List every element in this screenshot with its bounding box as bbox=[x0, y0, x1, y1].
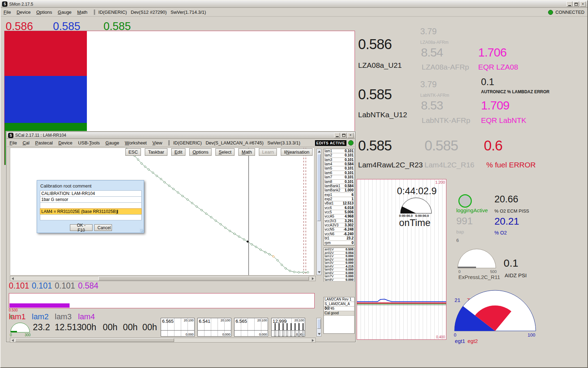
lza-value: 0.586 bbox=[358, 37, 392, 51]
chart-hscrollbar[interactable] bbox=[10, 276, 316, 281]
fuel-error-value: 0.6 bbox=[484, 138, 503, 153]
smon-titlebar[interactable]: S SMon 2.17.5 × bbox=[1, 1, 587, 8]
menu-scal-cal[interactable]: Cal bbox=[20, 140, 32, 146]
bar-blue bbox=[5, 76, 87, 123]
text-caret bbox=[117, 210, 118, 214]
autronic-value: 0.1 bbox=[481, 77, 494, 87]
comment-line-2[interactable]: 1bar G sensor bbox=[40, 196, 142, 202]
watch-row-lamBank2[interactable]: lamBank21.000 bbox=[324, 188, 354, 192]
watch-row-lamBank1[interactable]: lamBank10.584 bbox=[324, 184, 354, 188]
math-button[interactable]: Math bbox=[238, 148, 255, 156]
dialog-resize-grip[interactable] bbox=[140, 229, 143, 232]
watch-row-vcc3V3[interactable]: vcc3V33.291 bbox=[324, 219, 354, 223]
bap-value: 991 bbox=[456, 216, 473, 226]
menu-smon-device[interactable]: Device bbox=[14, 9, 34, 16]
smon-title: SMon 2.17.5 bbox=[9, 2, 33, 7]
chart-vscrollbar[interactable] bbox=[316, 149, 321, 275]
top-value-lam1: 0.586 bbox=[6, 21, 33, 32]
egt2-label: egt2 bbox=[468, 338, 478, 344]
scal-bottom-hscrollbar[interactable] bbox=[10, 338, 316, 343]
labntk-value: 0.585 bbox=[358, 87, 392, 101]
watch-row-lam7[interactable]: lam70.101 bbox=[324, 175, 354, 179]
ontime-label: onTime bbox=[399, 218, 430, 228]
lower-vscrollbar[interactable] bbox=[316, 318, 321, 337]
scal-menubar: FileCalPastecalDeviceUSB-ToolsGaugeWorks… bbox=[7, 139, 355, 147]
menu-smon-options[interactable]: Options bbox=[34, 9, 55, 16]
vbat-value: 12.513 bbox=[55, 323, 82, 332]
watch-row-lam3[interactable]: lam30.101 bbox=[324, 158, 354, 162]
scal-close-icon[interactable]: × bbox=[348, 133, 354, 138]
eqr-labntk-label: EQR LabNTK bbox=[481, 117, 526, 124]
menu-scal-gauge[interactable]: Gauge bbox=[103, 140, 122, 146]
linearisation-button[interactable]: liNearisation bbox=[281, 148, 313, 156]
watch-row-lam2[interactable]: lam20.101 bbox=[324, 153, 354, 158]
watch-row-vccN6[interactable]: vccN6-6.240 bbox=[324, 232, 354, 236]
minimize-button[interactable] bbox=[566, 1, 572, 7]
edit-button[interactable]: Edit bbox=[171, 148, 185, 156]
labntk-afrm-label: LabNTK-AFRm bbox=[420, 93, 449, 97]
watch-list-2: an01V0.505an02V0.004lam1V0.000lam2V0.000… bbox=[323, 248, 355, 281]
watch-row-exp1[interactable]: exp16 bbox=[324, 193, 354, 197]
aidz-label: AIDZ PSI bbox=[505, 273, 527, 278]
menu-scal-device[interactable]: Device bbox=[55, 140, 75, 146]
watch-row-vccA3V3[interactable]: vccA3V33.302 bbox=[324, 223, 354, 227]
smon-app-icon: S bbox=[2, 1, 7, 7]
lza-afrp-label: LZA08a-AFRp bbox=[422, 63, 469, 71]
scal-minimize-button[interactable] bbox=[334, 133, 340, 138]
menu-smon-math[interactable]: Math bbox=[75, 9, 90, 16]
lam4-bar bbox=[10, 303, 70, 308]
close-icon[interactable]: × bbox=[580, 1, 586, 7]
ok-button[interactable]: OK - F10 bbox=[70, 224, 93, 231]
watch-row-vcc6[interactable]: vcc66.018 bbox=[324, 206, 354, 210]
lam4l2c-value: 0.585 bbox=[424, 138, 458, 153]
watch-row-bt1[interactable]: bt123.2 bbox=[324, 236, 354, 241]
watch-row-lam5[interactable]: lam50.101 bbox=[324, 166, 354, 171]
comment-line-1[interactable]: CALIBRATION: LAM-RR104 bbox=[40, 190, 142, 196]
hours2-value: 00h bbox=[103, 323, 118, 332]
egt1-label: egt1 bbox=[455, 338, 465, 344]
comment-line-5[interactable] bbox=[40, 214, 142, 220]
autronic-label: AUTRONICZ % LAMBDAZ ERROR bbox=[481, 90, 550, 94]
mini-chart-4: 12.99920.1000.000 bbox=[271, 318, 305, 337]
device-info-line-4: Cal good bbox=[324, 311, 354, 316]
menu-smon-gauge[interactable]: Gauge bbox=[55, 9, 75, 16]
learn-button[interactable]: Learn bbox=[259, 148, 277, 156]
comment-line-3[interactable] bbox=[40, 202, 142, 208]
menu-scal-worksheet[interactable]: Worksheet bbox=[122, 140, 150, 146]
o2-label: % O2 bbox=[494, 230, 507, 235]
lam-bar-box bbox=[9, 293, 315, 308]
watch-row-exp2[interactable]: exp21 bbox=[324, 197, 354, 201]
watch-row-lam8[interactable]: lam80.101 bbox=[324, 180, 354, 184]
taskbar-button[interactable]: Taskbar bbox=[145, 148, 167, 156]
menu-scal-file[interactable]: File bbox=[7, 140, 20, 146]
lza-afrm-label: LZA08a-AFRm bbox=[420, 40, 449, 44]
watch-row-vccN5[interactable]: vccN5-6.248 bbox=[324, 227, 354, 232]
menu-scal-view[interactable]: View bbox=[150, 140, 165, 146]
scal-title: SCal 2.17.11 : LAM-RR104 bbox=[15, 133, 66, 138]
lza-afrp-value: 8.54 bbox=[421, 46, 443, 58]
top-value-lam3: 0.585 bbox=[103, 21, 131, 32]
egt-min: 0 bbox=[454, 333, 456, 337]
esc-button[interactable]: ESC bbox=[125, 148, 141, 156]
maximize-button[interactable] bbox=[573, 1, 579, 7]
watch-row-lam1[interactable]: lam10.101 bbox=[324, 149, 354, 153]
menu-scal-usb-tools[interactable]: USB-Tools bbox=[75, 140, 102, 146]
select-button[interactable]: Select bbox=[215, 148, 234, 156]
watch-row-lam8V[interactable]: lam8V0.000 bbox=[324, 278, 354, 282]
scal-titlebar[interactable]: S SCal 2.17.11 : LAM-RR104 × bbox=[7, 132, 355, 139]
watch-row-vBat1[interactable]: vBat112.513 bbox=[324, 201, 354, 206]
watch-row-rpm[interactable]: rpm0 bbox=[324, 241, 354, 245]
watch-row-vcc5[interactable]: vcc55.006 bbox=[324, 210, 354, 214]
watch-row-lam4[interactable]: lam40.584 bbox=[324, 162, 354, 166]
menu-smon-file[interactable]: File bbox=[1, 9, 14, 16]
labntk-afrp-label: LabNTK-AFRp bbox=[422, 117, 470, 124]
cancel-button[interactable]: Cancel bbox=[94, 224, 112, 231]
scal-app-icon: S bbox=[8, 133, 13, 138]
watch-row-lam6[interactable]: lam60.101 bbox=[324, 171, 354, 175]
menu-scal-pastecal[interactable]: Pastecal bbox=[32, 140, 55, 146]
options-button[interactable]: Options bbox=[189, 148, 212, 156]
watch-row-vccA5[interactable]: vccA54.968 bbox=[324, 214, 354, 219]
lam1-value: 0.101 bbox=[9, 282, 29, 290]
scal-maximize-button[interactable] bbox=[341, 133, 347, 138]
comment-line-4[interactable]: LAM4 = RR311025E (base RR311025B) bbox=[40, 208, 142, 214]
